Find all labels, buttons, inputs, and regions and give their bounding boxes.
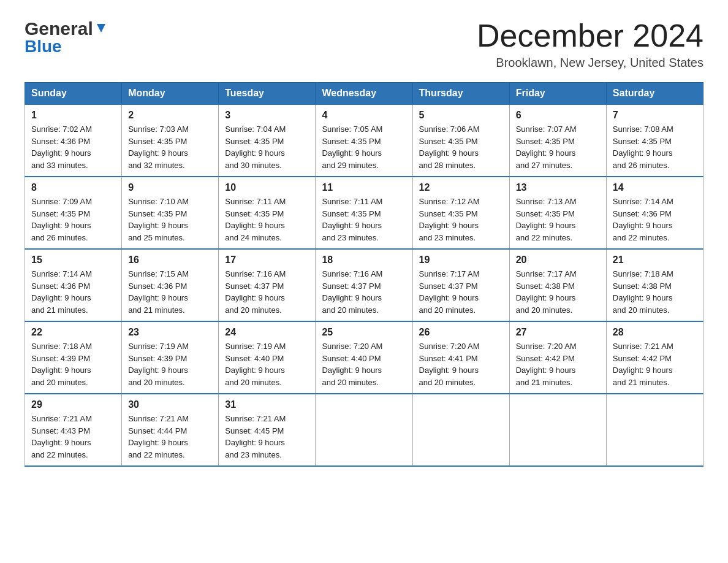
day-info: Sunrise: 7:21 AMSunset: 4:45 PMDaylight:… bbox=[225, 414, 286, 459]
day-info: Sunrise: 7:14 AMSunset: 4:36 PMDaylight:… bbox=[31, 269, 92, 315]
day-info: Sunrise: 7:17 AMSunset: 4:37 PMDaylight:… bbox=[419, 269, 480, 315]
table-row: 15 Sunrise: 7:14 AMSunset: 4:36 PMDaylig… bbox=[25, 249, 122, 321]
day-info: Sunrise: 7:05 AMSunset: 4:35 PMDaylight:… bbox=[322, 124, 382, 170]
day-info: Sunrise: 7:09 AMSunset: 4:35 PMDaylight:… bbox=[31, 197, 92, 242]
day-number: 22 bbox=[31, 327, 115, 338]
header-monday: Monday bbox=[122, 83, 219, 105]
day-number: 2 bbox=[128, 110, 212, 121]
calendar-week-row: 1 Sunrise: 7:02 AMSunset: 4:36 PMDayligh… bbox=[25, 104, 703, 177]
day-number: 11 bbox=[322, 182, 406, 193]
day-info: Sunrise: 7:03 AMSunset: 4:35 PMDaylight:… bbox=[128, 124, 189, 170]
table-row: 22 Sunrise: 7:18 AMSunset: 4:39 PMDaylig… bbox=[25, 321, 122, 394]
table-row: 9 Sunrise: 7:10 AMSunset: 4:35 PMDayligh… bbox=[122, 177, 219, 249]
calendar-week-row: 22 Sunrise: 7:18 AMSunset: 4:39 PMDaylig… bbox=[25, 321, 703, 394]
table-row: 25 Sunrise: 7:20 AMSunset: 4:40 PMDaylig… bbox=[316, 321, 412, 394]
day-number: 15 bbox=[31, 255, 115, 266]
table-row: 11 Sunrise: 7:11 AMSunset: 4:35 PMDaylig… bbox=[316, 177, 412, 249]
day-number: 19 bbox=[419, 255, 503, 266]
day-info: Sunrise: 7:07 AMSunset: 4:35 PMDaylight:… bbox=[516, 124, 577, 170]
day-number: 3 bbox=[225, 110, 309, 121]
calendar-header-row: Sunday Monday Tuesday Wednesday Thursday… bbox=[25, 83, 703, 105]
table-row: 19 Sunrise: 7:17 AMSunset: 4:37 PMDaylig… bbox=[412, 249, 509, 321]
table-row: 17 Sunrise: 7:16 AMSunset: 4:37 PMDaylig… bbox=[219, 249, 316, 321]
calendar-week-row: 8 Sunrise: 7:09 AMSunset: 4:35 PMDayligh… bbox=[25, 177, 703, 249]
day-info: Sunrise: 7:21 AMSunset: 4:44 PMDaylight:… bbox=[128, 414, 189, 459]
table-row: 24 Sunrise: 7:19 AMSunset: 4:40 PMDaylig… bbox=[219, 321, 316, 394]
day-info: Sunrise: 7:06 AMSunset: 4:35 PMDaylight:… bbox=[419, 124, 480, 170]
table-row: 31 Sunrise: 7:21 AMSunset: 4:45 PMDaylig… bbox=[219, 394, 316, 466]
table-row: 21 Sunrise: 7:18 AMSunset: 4:38 PMDaylig… bbox=[606, 249, 703, 321]
day-number: 27 bbox=[516, 327, 600, 338]
day-number: 25 bbox=[322, 327, 406, 338]
table-row bbox=[316, 394, 412, 466]
day-info: Sunrise: 7:20 AMSunset: 4:41 PMDaylight:… bbox=[419, 342, 480, 387]
day-number: 29 bbox=[31, 399, 115, 410]
table-row: 2 Sunrise: 7:03 AMSunset: 4:35 PMDayligh… bbox=[122, 104, 219, 177]
month-title: December 2024 bbox=[477, 18, 703, 53]
table-row: 7 Sunrise: 7:08 AMSunset: 4:35 PMDayligh… bbox=[606, 104, 703, 177]
header-thursday: Thursday bbox=[412, 83, 509, 105]
table-row bbox=[509, 394, 606, 466]
header-saturday: Saturday bbox=[606, 83, 703, 105]
day-number: 4 bbox=[322, 110, 406, 121]
day-info: Sunrise: 7:15 AMSunset: 4:36 PMDaylight:… bbox=[128, 269, 189, 315]
day-number: 6 bbox=[516, 110, 600, 121]
day-info: Sunrise: 7:20 AMSunset: 4:42 PMDaylight:… bbox=[516, 342, 577, 387]
table-row: 3 Sunrise: 7:04 AMSunset: 4:35 PMDayligh… bbox=[219, 104, 316, 177]
table-row: 26 Sunrise: 7:20 AMSunset: 4:41 PMDaylig… bbox=[412, 321, 509, 394]
day-info: Sunrise: 7:21 AMSunset: 4:43 PMDaylight:… bbox=[31, 414, 92, 459]
day-info: Sunrise: 7:04 AMSunset: 4:35 PMDaylight:… bbox=[225, 124, 286, 170]
title-block: December 2024 Brooklawn, New Jersey, Uni… bbox=[477, 18, 703, 70]
day-info: Sunrise: 7:19 AMSunset: 4:39 PMDaylight:… bbox=[128, 342, 189, 387]
day-number: 17 bbox=[225, 255, 309, 266]
day-number: 24 bbox=[225, 327, 309, 338]
day-info: Sunrise: 7:10 AMSunset: 4:35 PMDaylight:… bbox=[128, 197, 189, 242]
table-row: 13 Sunrise: 7:13 AMSunset: 4:35 PMDaylig… bbox=[509, 177, 606, 249]
day-number: 1 bbox=[31, 110, 115, 121]
logo-arrow-icon bbox=[94, 21, 108, 35]
day-number: 21 bbox=[613, 255, 697, 266]
table-row: 18 Sunrise: 7:16 AMSunset: 4:37 PMDaylig… bbox=[316, 249, 412, 321]
day-number: 9 bbox=[128, 182, 212, 193]
day-number: 20 bbox=[516, 255, 600, 266]
day-number: 12 bbox=[419, 182, 503, 193]
location-text: Brooklawn, New Jersey, United States bbox=[477, 56, 703, 70]
calendar-table: Sunday Monday Tuesday Wednesday Thursday… bbox=[25, 82, 703, 467]
day-info: Sunrise: 7:18 AMSunset: 4:38 PMDaylight:… bbox=[613, 269, 673, 315]
table-row bbox=[606, 394, 703, 466]
table-row: 16 Sunrise: 7:15 AMSunset: 4:36 PMDaylig… bbox=[122, 249, 219, 321]
day-number: 26 bbox=[419, 327, 503, 338]
day-number: 31 bbox=[225, 399, 309, 410]
svg-marker-0 bbox=[97, 24, 105, 33]
day-info: Sunrise: 7:14 AMSunset: 4:36 PMDaylight:… bbox=[613, 197, 673, 242]
day-info: Sunrise: 7:11 AMSunset: 4:35 PMDaylight:… bbox=[322, 197, 382, 242]
logo-general-text: General bbox=[25, 18, 93, 39]
table-row: 8 Sunrise: 7:09 AMSunset: 4:35 PMDayligh… bbox=[25, 177, 122, 249]
header-friday: Friday bbox=[509, 83, 606, 105]
day-number: 23 bbox=[128, 327, 212, 338]
logo-blue-text: Blue bbox=[25, 37, 62, 56]
table-row: 6 Sunrise: 7:07 AMSunset: 4:35 PMDayligh… bbox=[509, 104, 606, 177]
day-info: Sunrise: 7:12 AMSunset: 4:35 PMDaylight:… bbox=[419, 197, 480, 242]
table-row: 1 Sunrise: 7:02 AMSunset: 4:36 PMDayligh… bbox=[25, 104, 122, 177]
table-row bbox=[412, 394, 509, 466]
day-info: Sunrise: 7:19 AMSunset: 4:40 PMDaylight:… bbox=[225, 342, 286, 387]
day-number: 8 bbox=[31, 182, 115, 193]
table-row: 4 Sunrise: 7:05 AMSunset: 4:35 PMDayligh… bbox=[316, 104, 412, 177]
header-wednesday: Wednesday bbox=[316, 83, 412, 105]
header-tuesday: Tuesday bbox=[219, 83, 316, 105]
day-info: Sunrise: 7:20 AMSunset: 4:40 PMDaylight:… bbox=[322, 342, 382, 387]
header-sunday: Sunday bbox=[25, 83, 122, 105]
day-info: Sunrise: 7:21 AMSunset: 4:42 PMDaylight:… bbox=[613, 342, 673, 387]
day-number: 14 bbox=[613, 182, 697, 193]
day-info: Sunrise: 7:11 AMSunset: 4:35 PMDaylight:… bbox=[225, 197, 286, 242]
day-number: 30 bbox=[128, 399, 212, 410]
day-number: 13 bbox=[516, 182, 600, 193]
day-info: Sunrise: 7:18 AMSunset: 4:39 PMDaylight:… bbox=[31, 342, 92, 387]
calendar-week-row: 15 Sunrise: 7:14 AMSunset: 4:36 PMDaylig… bbox=[25, 249, 703, 321]
day-info: Sunrise: 7:17 AMSunset: 4:38 PMDaylight:… bbox=[516, 269, 577, 315]
day-number: 10 bbox=[225, 182, 309, 193]
day-info: Sunrise: 7:02 AMSunset: 4:36 PMDaylight:… bbox=[31, 124, 92, 170]
day-number: 16 bbox=[128, 255, 212, 266]
table-row: 14 Sunrise: 7:14 AMSunset: 4:36 PMDaylig… bbox=[606, 177, 703, 249]
